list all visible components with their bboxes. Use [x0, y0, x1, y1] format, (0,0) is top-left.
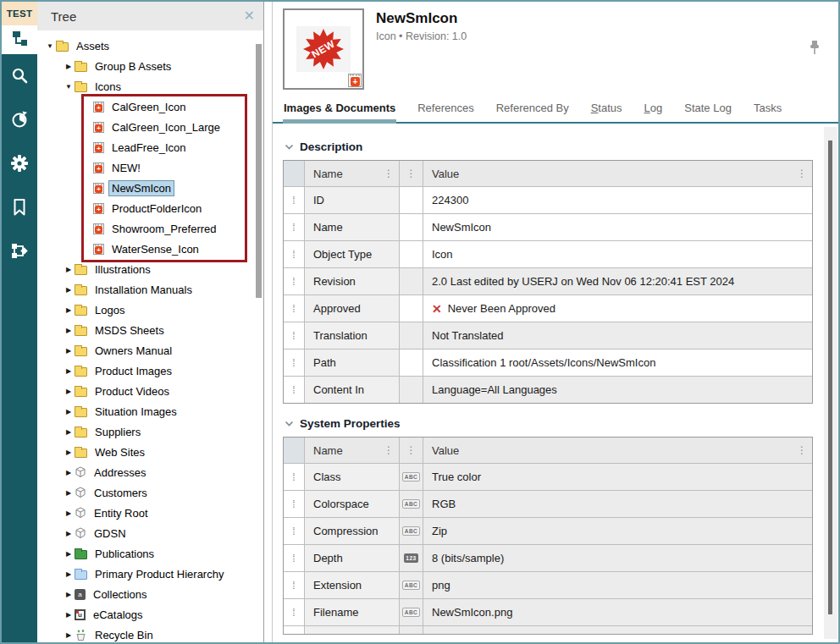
- tree-item-web-sites[interactable]: ▶Web Sites: [37, 442, 263, 462]
- row-menu-handle[interactable]: ⁞: [284, 295, 304, 322]
- row-menu-handle[interactable]: ⁞: [284, 464, 304, 490]
- nav-workflow-button[interactable]: [2, 239, 37, 267]
- tab-log[interactable]: Log: [644, 94, 664, 122]
- tree-item-leadfree-icon[interactable]: +LeadFree_Icon: [37, 137, 263, 157]
- row-menu-handle[interactable]: ⁞: [284, 518, 304, 544]
- property-row-revision[interactable]: ⁞Revision2.0 Last edited by USERJ on Wed…: [284, 267, 812, 294]
- tab-state-log[interactable]: State Log: [683, 94, 732, 122]
- expand-arrow-icon[interactable]: ▶: [63, 530, 75, 537]
- nav-tree-button[interactable]: [2, 25, 37, 54]
- tab-referenced-by[interactable]: Referenced By: [495, 94, 570, 122]
- row-menu-handle[interactable]: ⁞: [284, 187, 304, 213]
- expand-arrow-icon[interactable]: ▶: [63, 266, 75, 273]
- tree-item-customers[interactable]: ▶Customers: [37, 482, 263, 503]
- row-menu-handle[interactable]: ⁞: [284, 268, 304, 294]
- row-menu-handle[interactable]: ⁞: [284, 322, 304, 349]
- property-row-translation[interactable]: ⁞TranslationNot Translated: [284, 322, 812, 349]
- property-row-class[interactable]: ⁞ClassABCTrue color: [284, 463, 812, 490]
- tree-item-gdsn[interactable]: ▶GDSN: [37, 523, 263, 543]
- expand-arrow-icon[interactable]: ▶: [63, 550, 75, 558]
- property-value[interactable]: png: [423, 572, 812, 598]
- property-value[interactable]: Not Translated: [423, 322, 812, 349]
- tree-item-msds-sheets[interactable]: ▶MSDS Sheets: [37, 320, 263, 340]
- column-menu-icon[interactable]: ⋮: [406, 444, 417, 456]
- property-row-path[interactable]: ⁞PathClassification 1 root/Assets/Icons/…: [284, 349, 812, 376]
- tree-item-group-b-assets[interactable]: ▶Group B Assets: [37, 56, 263, 76]
- row-menu-handle[interactable]: ⁞: [284, 214, 304, 240]
- tree-item-primary-product-hierarchy[interactable]: ▶Primary Product Hierarchy: [37, 564, 263, 584]
- row-menu-handle[interactable]: ⁞: [284, 572, 304, 598]
- column-menu-icon[interactable]: ⋮: [384, 168, 394, 179]
- tree-item-ecatalogs[interactable]: ▶ueCatalogs: [37, 604, 263, 625]
- expand-arrow-icon[interactable]: ▶: [63, 631, 75, 639]
- expand-arrow-icon[interactable]: ▶: [63, 428, 75, 436]
- nav-history-button[interactable]: [2, 107, 37, 135]
- column-menu-icon[interactable]: ⋮: [797, 168, 807, 179]
- row-menu-handle[interactable]: ⁞: [284, 350, 304, 376]
- property-row-depth[interactable]: ⁞Depth1238 (bits/sample): [284, 544, 812, 571]
- tree-item-installation-manuals[interactable]: ▶Installation Manuals: [37, 279, 263, 300]
- expand-arrow-icon[interactable]: ▶: [63, 611, 75, 619]
- tree-item-suppliers[interactable]: ▶Suppliers: [37, 421, 263, 442]
- tree-item-owners-manual[interactable]: ▶Owners Manual: [37, 340, 263, 361]
- property-row-extension[interactable]: ⁞ExtensionABCpng: [284, 571, 812, 598]
- section-header-description[interactable]: Description: [285, 140, 813, 153]
- expand-arrow-icon[interactable]: ▶: [63, 489, 75, 497]
- tree-item-addresses[interactable]: ▶Addresses: [37, 462, 263, 482]
- tree-item-watersense-icon[interactable]: +WaterSense_Icon: [37, 239, 263, 259]
- expand-arrow-icon[interactable]: ▶: [63, 570, 75, 578]
- property-value[interactable]: 8 (bits/sample): [423, 545, 812, 571]
- expand-arrow-icon[interactable]: ▶: [63, 327, 75, 334]
- tree-item-productfoldericon[interactable]: +ProductFolderIcon: [37, 198, 263, 218]
- property-row-colorspace[interactable]: ⁞ColorspaceABCRGB: [284, 490, 812, 517]
- property-value[interactable]: NewSmIcon: [423, 214, 812, 240]
- collapse-arrow-icon[interactable]: ▼: [63, 83, 75, 91]
- collapse-arrow-icon[interactable]: ▼: [44, 42, 56, 50]
- property-value[interactable]: RGB: [423, 491, 812, 517]
- property-row-content-in[interactable]: ⁞Content InLanguage=All Languages: [284, 376, 812, 403]
- nav-search-button[interactable]: [2, 63, 37, 91]
- tree-item-entity-root[interactable]: ▶Entity Root: [37, 503, 263, 523]
- tab-tasks[interactable]: Tasks: [753, 94, 782, 122]
- property-value[interactable]: 224300: [423, 187, 812, 213]
- expand-arrow-icon[interactable]: ▶: [63, 63, 75, 70]
- row-menu-handle[interactable]: ⁞: [284, 491, 304, 517]
- close-icon[interactable]: ✕: [244, 9, 255, 23]
- tree-item-assets[interactable]: ▼Assets: [37, 36, 263, 56]
- tree-item-newsmicon[interactable]: +NewSmIcon: [37, 178, 263, 198]
- expand-arrow-icon[interactable]: ▶: [63, 388, 75, 395]
- property-row-compression[interactable]: ⁞CompressionABCZip: [284, 517, 812, 544]
- property-row-approved[interactable]: ⁞Approved✕Never Been Approved: [284, 294, 812, 322]
- property-value[interactable]: Icon: [423, 241, 812, 267]
- row-menu-handle[interactable]: ⁞: [284, 377, 304, 403]
- property-value[interactable]: True color: [423, 464, 812, 490]
- tree-item-collections[interactable]: ▶aCollections: [37, 584, 263, 604]
- column-menu-icon[interactable]: ⋮: [797, 444, 807, 456]
- tree-item-new[interactable]: +NEW!: [37, 157, 263, 178]
- property-value[interactable]: NewSmIcon.png: [423, 599, 812, 625]
- tab-images-documents[interactable]: Images & Documents: [283, 94, 396, 122]
- tree-item-product-images[interactable]: ▶Product Images: [37, 361, 263, 381]
- content-scrollbar-thumb[interactable]: [828, 140, 832, 614]
- property-value[interactable]: Zip: [423, 518, 812, 544]
- content-scrollbar[interactable]: [824, 127, 837, 639]
- row-menu-handle[interactable]: ⁞: [284, 241, 304, 267]
- tree-item-showroom-preferred[interactable]: +Showroom_Preferred: [37, 218, 263, 239]
- property-value[interactable]: Language=All Languages: [423, 377, 812, 403]
- section-header-system-properties[interactable]: System Properties: [285, 417, 813, 430]
- column-menu-icon[interactable]: ⋮: [406, 168, 417, 179]
- expand-arrow-icon[interactable]: ▶: [63, 367, 75, 375]
- column-menu-icon[interactable]: ⋮: [384, 444, 394, 456]
- property-row-name[interactable]: ⁞NameNewSmIcon: [284, 213, 812, 240]
- property-row-object-type[interactable]: ⁞Object TypeIcon: [284, 240, 812, 267]
- tree-item-recycle-bin[interactable]: ▶Recycle Bin: [37, 625, 263, 642]
- expand-arrow-icon[interactable]: ▶: [63, 408, 75, 416]
- tree-scrollbar-thumb[interactable]: [256, 44, 262, 298]
- tree-item-product-videos[interactable]: ▶Product Videos: [37, 381, 263, 401]
- tree-item-situation-images[interactable]: ▶Situation Images: [37, 401, 263, 421]
- property-value[interactable]: Classification 1 root/Assets/Icons/NewSm…: [423, 350, 812, 376]
- property-row-id[interactable]: ⁞ID224300: [284, 186, 812, 213]
- property-value[interactable]: ✕Never Been Approved: [423, 295, 812, 322]
- expand-arrow-icon[interactable]: ▶: [63, 286, 75, 294]
- expand-arrow-icon[interactable]: ▶: [63, 469, 75, 476]
